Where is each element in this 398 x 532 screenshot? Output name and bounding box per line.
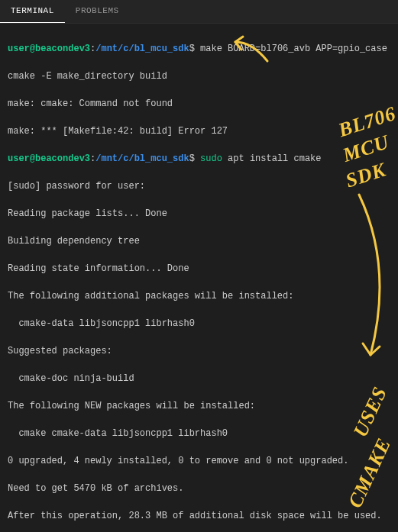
terminal-line: Need to get 5470 kB of archives.	[8, 482, 390, 495]
terminal-line: cmake-data libjsoncpp1 librhash0	[8, 317, 390, 330]
terminal-line: 0 upgraded, 4 newly installed, 0 to remo…	[8, 454, 390, 468]
command-text: apt install cmake	[222, 153, 322, 164]
tab-problems[interactable]: PROBLEMS	[65, 0, 130, 23]
sudo-text: sudo	[200, 153, 222, 164]
tab-terminal[interactable]: TERMINAL	[0, 0, 65, 23]
terminal-line: make: cmake: Command not found	[8, 97, 390, 111]
terminal-line: [sudo] password for user:	[8, 179, 390, 193]
prompt-host: beacondev3	[35, 153, 90, 164]
terminal-line: Reading package lists... Done	[8, 207, 390, 221]
terminal-line: Reading state information... Done	[8, 262, 390, 276]
prompt-user: user	[8, 44, 30, 54]
terminal-line: After this operation, 28.3 MB of additio…	[8, 509, 390, 523]
terminal-line: cmake cmake-data libjsoncpp1 librhash0	[8, 427, 390, 440]
prompt-path: /mnt/c/bl_mcu_sdk	[95, 44, 189, 54]
terminal-line: cmake-doc ninja-build	[8, 372, 390, 385]
terminal-line: The following NEW packages will be insta…	[8, 399, 390, 413]
terminal-line: Building dependency tree	[8, 234, 390, 248]
prompt-dollar: $	[189, 44, 195, 54]
terminal-line: user@beacondev3:/mnt/c/bl_mcu_sdk$ sudo …	[8, 152, 390, 166]
terminal-line: cmake -E make_directory build	[8, 69, 390, 83]
command-text	[195, 153, 200, 164]
terminal-line: make: *** [Makefile:42: build] Error 127	[8, 124, 390, 138]
command-text: make BOARD=bl706_avb APP=gpio_case	[195, 44, 387, 54]
tab-bar: TERMINAL PROBLEMS	[0, 0, 398, 24]
prompt-at: @	[30, 44, 35, 54]
terminal-output[interactable]: user@beacondev3:/mnt/c/bl_mcu_sdk$ make …	[0, 24, 398, 533]
prompt-at: @	[30, 153, 35, 164]
terminal-line: user@beacondev3:/mnt/c/bl_mcu_sdk$ make …	[8, 42, 390, 56]
terminal-line: Suggested packages:	[8, 344, 390, 358]
prompt-dollar: $	[189, 153, 195, 164]
prompt-path: /mnt/c/bl_mcu_sdk	[95, 153, 189, 164]
prompt-host: beacondev3	[35, 44, 90, 54]
prompt-user: user	[8, 153, 30, 164]
terminal-line: The following additional packages will b…	[8, 289, 390, 303]
